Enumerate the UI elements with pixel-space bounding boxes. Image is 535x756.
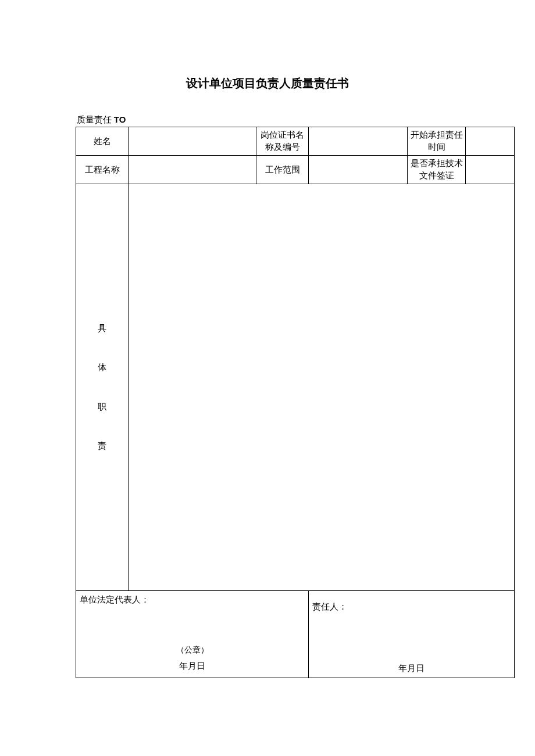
table-row: 工程名称 工作范围 是否承担技术文件签证 <box>76 156 515 184</box>
table-row: 姓名 岗位证书名称及编号 开始承担责任时间 <box>76 127 515 156</box>
legal-rep-label: 单位法定代表人： <box>80 594 304 605</box>
table-row: 单位法定代表人： （公章） 年月日 责任人： 年月日 <box>76 591 515 678</box>
tech-sign-label: 是否承担技术文件签证 <box>408 156 466 184</box>
start-time-label: 开始承担责任时间 <box>408 127 466 156</box>
work-scope-value <box>309 156 408 184</box>
table-row: 具 体 职 责 <box>76 184 515 591</box>
start-time-value <box>466 127 515 156</box>
document-title: 设计单位项目负责人质量责任书 <box>76 76 459 91</box>
cert-label: 岗位证书名称及编号 <box>256 127 309 156</box>
name-label: 姓名 <box>76 127 129 156</box>
responsibility-table: 姓名 岗位证书名称及编号 开始承担责任时间 工程名称 工作范围 是否承担技术文件… <box>76 127 515 678</box>
duties-label-cell: 具 体 职 责 <box>76 184 129 591</box>
cert-value <box>309 127 408 156</box>
duties-content-cell <box>129 184 515 591</box>
duties-label-text: 具 体 职 责 <box>76 309 128 466</box>
signature-right-cell: 责任人： 年月日 <box>309 591 515 678</box>
work-scope-label: 工作范围 <box>256 156 309 184</box>
project-name-label: 工程名称 <box>76 156 129 184</box>
duties-char-3: 职 <box>98 402 106 411</box>
duties-char-2: 体 <box>98 363 106 372</box>
signature-date-left: 年月日 <box>76 661 308 672</box>
signature-left-cell: 单位法定代表人： （公章） 年月日 <box>76 591 309 678</box>
subtitle-prefix: 质量责任 <box>77 115 114 124</box>
subtitle-to: TO <box>114 114 126 124</box>
duties-char-4: 责 <box>98 441 106 450</box>
signature-date-right: 年月日 <box>309 663 514 674</box>
tech-sign-value <box>466 156 515 184</box>
responsible-person-label: 责任人： <box>312 601 509 612</box>
duties-char-1: 具 <box>98 324 106 333</box>
subtitle-line: 质量责任 TO <box>76 114 459 126</box>
project-name-value <box>129 156 256 184</box>
name-value <box>129 127 256 156</box>
seal-label: （公章） <box>76 645 308 655</box>
